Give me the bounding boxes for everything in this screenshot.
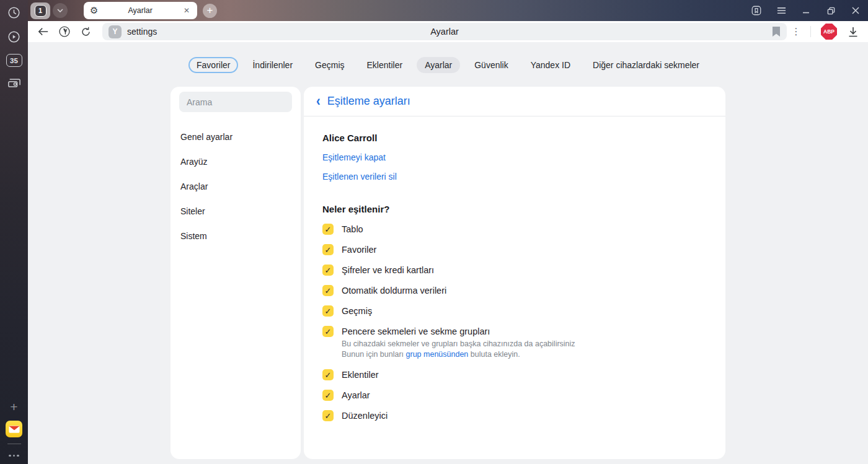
separator (810, 26, 811, 37)
delete-synced-data-link[interactable]: Eşitlenen verileri sil (322, 172, 397, 182)
checkbox-checked-icon[interactable]: ✓ (322, 244, 334, 255)
group-menu-link[interactable]: grup menüsünden (406, 350, 469, 359)
checkbox-checked-icon[interactable]: ✓ (322, 285, 334, 296)
sync-item-label: Düzenleyici (342, 410, 388, 421)
sync-item-otomatik-doldurma[interactable]: ✓ Otomatik doldurma verileri (322, 285, 707, 296)
checkbox-checked-icon[interactable]: ✓ (322, 390, 334, 401)
account-name: Alice Carroll (322, 133, 707, 143)
rail-add-icon[interactable]: + (6, 399, 22, 415)
tab-group-chevron-icon[interactable] (53, 3, 68, 18)
url-field[interactable]: Y settings Ayarlar (102, 23, 787, 40)
nav-tab-yandex-id[interactable]: Yandex ID (523, 57, 578, 73)
reload-icon[interactable] (75, 23, 96, 40)
sync-item-label: Ayarlar (342, 390, 370, 401)
media-play-icon[interactable] (6, 28, 22, 45)
checkbox-checked-icon[interactable]: ✓ (322, 326, 334, 337)
nav-tab-diger-cihazlar[interactable]: Diğer cihazlardaki sekmeler (585, 57, 707, 73)
tab-title: Ayarlar (98, 6, 182, 15)
sync-item-tablo[interactable]: ✓ Tablo (322, 224, 707, 235)
sync-section-title: Neler eşitlenir? (322, 204, 707, 214)
back-chevron-icon[interactable]: ‹ (316, 93, 321, 109)
nav-tab-favoriler[interactable]: Favoriler (188, 57, 238, 73)
page-title: Ayarlar (102, 27, 787, 37)
menu-item-araclar[interactable]: Araçlar (179, 177, 292, 196)
checkbox-checked-icon[interactable]: ✓ (322, 224, 334, 235)
sync-item-label: Eklentiler (342, 369, 379, 380)
sync-panel-body: Alice Carroll Eşitlemeyi kapat Eşitlenen… (304, 116, 725, 421)
turn-off-sync-link[interactable]: Eşitlemeyi kapat (322, 152, 386, 162)
tab-group-control: 1 (30, 2, 68, 19)
gear-icon: ⚙ (90, 5, 98, 16)
adblock-plus-icon[interactable]: ABP (821, 24, 837, 40)
new-tab-button[interactable]: + (203, 4, 217, 18)
sync-item-label: Favoriler (342, 244, 376, 255)
nav-tab-gecmis[interactable]: Geçmiş (307, 57, 352, 73)
settings-nav-tabs: Favoriler İndirilenler Geçmiş Eklentiler… (28, 42, 868, 73)
settings-page: Favoriler İndirilenler Geçmiş Eklentiler… (28, 42, 868, 464)
yandex-home-icon[interactable] (54, 23, 75, 40)
side-panel-icon[interactable] (744, 0, 769, 21)
nav-tab-guvenlik[interactable]: Güvenlik (466, 57, 516, 73)
window-controls (744, 0, 868, 21)
rail-more-dots[interactable] (8, 448, 20, 459)
tab-counter-badge[interactable]: 35 (6, 54, 22, 67)
sync-item-label: Tablo (342, 224, 363, 235)
sync-item-eklentiler[interactable]: ✓ Eklentiler (322, 369, 707, 380)
sync-item-description: Bu cihazdaki sekmeler ve grupları başka … (342, 339, 707, 360)
menu-item-siteler[interactable]: Siteler (179, 201, 292, 221)
menu-item-sistem[interactable]: Sistem (179, 226, 292, 246)
more-options-icon[interactable]: ⋮ (787, 26, 805, 37)
browser-side-rail: 35 + (0, 0, 28, 464)
sync-item-label: Otomatik doldurma verileri (342, 285, 446, 296)
nav-tab-ayarlar[interactable]: Ayarlar (417, 57, 460, 73)
nav-tab-eklentiler[interactable]: Eklentiler (359, 57, 411, 73)
downloads-icon[interactable] (842, 27, 864, 37)
menu-item-genel-ayarlar[interactable]: Genel ayarlar (179, 127, 292, 147)
site-favicon: Y (108, 25, 122, 38)
sync-item-label: Pencere sekmeleri ve sekme grupları (342, 326, 490, 337)
sync-panel-header: ‹ Eşitleme ayarları (304, 87, 725, 116)
back-icon[interactable] (33, 23, 54, 40)
browser-window: 35 + 1 ⚙ Ayarlar ✕ (0, 0, 868, 464)
sync-item-gecmis[interactable]: ✓ Geçmiş (322, 305, 707, 317)
address-bar-actions: ⋮ ABP (787, 24, 868, 40)
sync-item-favoriler[interactable]: ✓ Favoriler (322, 244, 707, 255)
sync-item-sifreler[interactable]: ✓ Şifreler ve kredi kartları (322, 265, 707, 276)
checkbox-checked-icon[interactable]: ✓ (322, 305, 334, 317)
nav-tab-indirilenler[interactable]: İndirilenler (244, 57, 301, 73)
menu-item-arayuz[interactable]: Arayüz (179, 152, 292, 172)
rail-divider (7, 444, 21, 444)
yandex-mail-icon[interactable] (6, 421, 22, 437)
address-bar: Y settings Ayarlar ⋮ ABP (28, 21, 868, 42)
minimize-icon[interactable] (794, 0, 818, 21)
sync-panel-title[interactable]: Eşitleme ayarları (327, 95, 410, 108)
bookmark-flag-icon[interactable] (772, 27, 781, 37)
browser-tab-settings[interactable]: ⚙ Ayarlar ✕ (84, 2, 197, 19)
url-text: settings (127, 27, 157, 37)
search-input[interactable] (179, 92, 292, 112)
checkbox-checked-icon[interactable]: ✓ (322, 410, 334, 421)
sync-settings-panel: ‹ Eşitleme ayarları Alice Carroll Eşitle… (304, 87, 725, 459)
tab-group-count: 1 (35, 5, 46, 17)
sync-item-pencere-sekmeleri[interactable]: ✓ Pencere sekmeleri ve sekme grupları Bu… (322, 326, 707, 360)
settings-menu-list: Genel ayarlar Arayüz Araçlar Siteler Sis… (179, 127, 292, 246)
screencast-icon[interactable] (6, 75, 22, 91)
checkbox-checked-icon[interactable]: ✓ (322, 369, 334, 380)
history-clock-icon[interactable] (6, 4, 22, 20)
sync-item-duzenleyici[interactable]: ✓ Düzenleyici (322, 410, 707, 421)
sync-item-label: Şifreler ve kredi kartları (342, 265, 434, 276)
sync-item-label: Geçmiş (342, 305, 372, 317)
settings-content: Genel ayarlar Arayüz Araçlar Siteler Sis… (170, 87, 725, 459)
settings-menu-panel: Genel ayarlar Arayüz Araçlar Siteler Sis… (170, 87, 301, 459)
tab-group-button[interactable]: 1 (30, 2, 50, 19)
restore-icon[interactable] (818, 0, 843, 21)
tab-close-icon[interactable]: ✕ (182, 5, 191, 16)
checkbox-checked-icon[interactable]: ✓ (322, 265, 334, 276)
sync-item-ayarlar[interactable]: ✓ Ayarlar (322, 390, 707, 401)
tab-strip: 1 ⚙ Ayarlar ✕ + (28, 0, 868, 21)
close-icon[interactable] (843, 0, 868, 21)
menu-icon[interactable] (769, 0, 794, 21)
